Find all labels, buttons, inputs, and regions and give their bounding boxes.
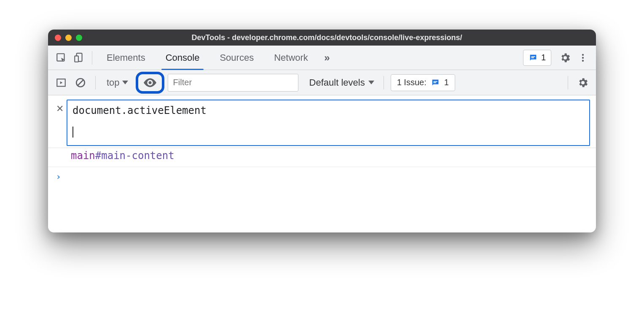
live-expression-result[interactable]: main#main-content bbox=[48, 148, 596, 167]
titlebar: DevTools - developer.chrome.com/docs/dev… bbox=[48, 30, 596, 46]
window-title: DevTools - developer.chrome.com/docs/dev… bbox=[64, 33, 589, 42]
svg-point-7 bbox=[582, 59, 584, 61]
kebab-menu-icon[interactable] bbox=[575, 50, 591, 66]
svg-rect-2 bbox=[75, 56, 78, 62]
svg-rect-12 bbox=[433, 81, 437, 82]
clear-console-icon[interactable] bbox=[72, 75, 89, 91]
tab-console[interactable]: Console bbox=[156, 46, 209, 70]
result-id: #main-content bbox=[95, 150, 174, 162]
console-settings-icon[interactable] bbox=[575, 75, 591, 91]
live-expression-text: document.activeElement bbox=[72, 105, 584, 116]
issues-count: 1 bbox=[444, 78, 449, 87]
select-element-icon[interactable] bbox=[53, 50, 69, 66]
close-icon[interactable]: ✕ bbox=[53, 102, 67, 116]
close-window-button[interactable] bbox=[55, 35, 61, 41]
svg-point-5 bbox=[582, 54, 584, 55]
divider bbox=[384, 76, 384, 89]
device-toolbar-icon[interactable] bbox=[71, 50, 87, 66]
filter-input[interactable] bbox=[168, 74, 298, 92]
main-tabbar: Elements Console Sources Network » 1 bbox=[48, 46, 596, 70]
eye-icon bbox=[142, 75, 158, 90]
messages-chip[interactable]: 1 bbox=[523, 50, 551, 66]
result-tagname: main bbox=[71, 150, 95, 162]
divider bbox=[92, 51, 92, 65]
divider bbox=[95, 76, 96, 89]
issues-chip[interactable]: 1 Issue: 1 bbox=[391, 74, 455, 91]
context-label: top bbox=[107, 77, 120, 88]
message-icon bbox=[529, 53, 538, 62]
svg-line-10 bbox=[78, 80, 83, 85]
log-levels-selector[interactable]: Default levels bbox=[309, 77, 374, 88]
prompt-chevron-icon: › bbox=[56, 171, 61, 182]
svg-point-6 bbox=[582, 57, 584, 58]
svg-point-11 bbox=[148, 81, 151, 84]
live-expression-area: ✕ document.activeElement bbox=[48, 95, 596, 148]
settings-icon[interactable] bbox=[557, 50, 573, 66]
tab-network[interactable]: Network bbox=[265, 46, 317, 70]
chevron-down-icon bbox=[368, 81, 374, 84]
divider bbox=[568, 76, 568, 89]
svg-rect-13 bbox=[433, 82, 436, 83]
toggle-sidebar-icon[interactable] bbox=[53, 75, 69, 91]
svg-rect-3 bbox=[531, 56, 535, 57]
messages-count: 1 bbox=[541, 53, 546, 62]
svg-rect-4 bbox=[531, 57, 534, 58]
tab-elements[interactable]: Elements bbox=[97, 46, 155, 70]
live-expression-button[interactable] bbox=[136, 72, 164, 94]
live-expression-editor[interactable]: document.activeElement bbox=[67, 100, 590, 146]
console-toolbar: top Default levels 1 Issue: 1 bbox=[48, 70, 596, 95]
context-selector[interactable]: top bbox=[102, 77, 132, 88]
issues-label: 1 Issue: bbox=[397, 78, 427, 87]
console-prompt[interactable]: › bbox=[48, 167, 596, 232]
message-icon bbox=[431, 78, 440, 87]
text-cursor bbox=[72, 127, 73, 138]
levels-label: Default levels bbox=[309, 77, 365, 88]
more-tabs-icon[interactable]: » bbox=[319, 50, 335, 66]
chevron-down-icon bbox=[122, 81, 128, 84]
tab-sources[interactable]: Sources bbox=[210, 46, 263, 70]
devtools-window: DevTools - developer.chrome.com/docs/dev… bbox=[48, 30, 596, 232]
